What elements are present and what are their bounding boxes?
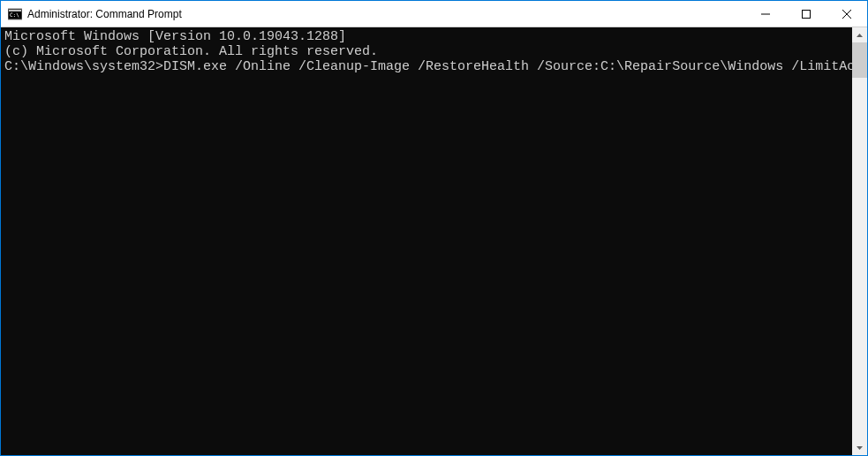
- maximize-button[interactable]: [786, 1, 826, 27]
- prompt: C:\Windows\system32>: [4, 59, 163, 74]
- chevron-down-icon: [857, 446, 863, 450]
- terminal-container: Microsoft Windows [Version 10.0.19043.12…: [1, 27, 867, 455]
- scrollbar-thumb[interactable]: [852, 42, 867, 78]
- scrollbar-track[interactable]: [852, 42, 867, 440]
- svg-text:C:\: C:\: [10, 11, 19, 18]
- maximize-icon: [802, 10, 811, 19]
- cmd-icon: C:\: [8, 7, 22, 21]
- svg-rect-4: [803, 10, 811, 18]
- scrollbar[interactable]: [852, 27, 867, 455]
- window-title: Administrator: Command Prompt: [27, 8, 745, 20]
- close-button[interactable]: [826, 1, 867, 27]
- close-icon: [842, 10, 851, 19]
- terminal[interactable]: Microsoft Windows [Version 10.0.19043.12…: [1, 27, 852, 455]
- window-controls: [745, 1, 867, 27]
- terminal-line: Microsoft Windows [Version 10.0.19043.12…: [4, 29, 852, 44]
- prompt-line: C:\Windows\system32>DISM.exe /Online /Cl…: [4, 59, 852, 74]
- minimize-button[interactable]: [745, 1, 786, 27]
- scrollbar-down-button[interactable]: [852, 440, 867, 455]
- chevron-up-icon: [857, 34, 863, 37]
- scrollbar-up-button[interactable]: [852, 27, 867, 42]
- minimize-icon: [761, 10, 770, 19]
- terminal-line: (c) Microsoft Corporation. All rights re…: [4, 44, 852, 59]
- command-input: DISM.exe /Online /Cleanup-Image /Restore…: [163, 59, 852, 74]
- titlebar[interactable]: C:\ Administrator: Command Prompt: [1, 1, 867, 27]
